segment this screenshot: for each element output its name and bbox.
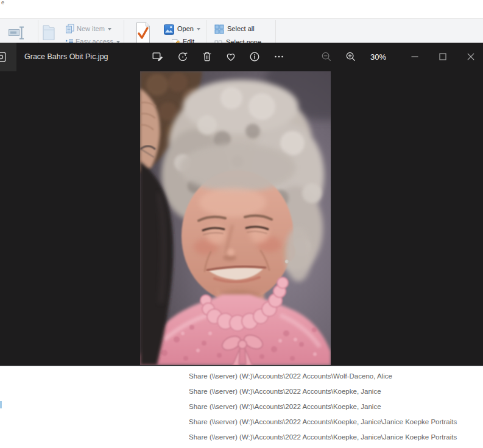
rotate-icon — [177, 51, 189, 63]
zoom-out-button[interactable] — [318, 48, 335, 66]
select-all-label[interactable]: Select all — [227, 25, 255, 32]
zoom-level-label: 30% — [365, 43, 392, 71]
delete-button[interactable] — [199, 48, 216, 66]
select-all-button[interactable] — [214, 24, 224, 37]
minimize-icon — [409, 51, 421, 63]
select-all-icon — [214, 24, 224, 34]
screen: e Ne — [0, 0, 483, 448]
background-window-top: e — [0, 0, 483, 18]
see-all-photos-button[interactable] — [0, 43, 16, 71]
ribbon-divider — [38, 20, 38, 43]
ellipsis-icon — [273, 51, 285, 63]
explorer-ribbon: New item Easy access — [0, 18, 483, 43]
chevron-down-icon — [108, 28, 111, 30]
new-item-label[interactable]: New item — [77, 25, 111, 32]
new-folder-icon — [41, 24, 56, 41]
file-location-row[interactable]: Share (\\server) (W:)\Accounts\2022 Acco… — [189, 414, 457, 429]
properties-button[interactable] — [135, 22, 152, 43]
portrait-photo-graphic — [140, 71, 331, 365]
new-item-button[interactable] — [65, 24, 75, 36]
open-image-icon — [164, 24, 174, 35]
zoom-in-button[interactable] — [342, 48, 359, 66]
photos-app-window: Grace Bahrs Obit Pic.jpg — [0, 43, 483, 366]
file-info-button[interactable] — [246, 48, 263, 66]
maximize-button[interactable] — [434, 48, 451, 66]
close-button[interactable] — [462, 48, 479, 66]
ribbon-divider — [124, 20, 124, 43]
zoom-out-icon — [320, 51, 333, 63]
chevron-down-icon — [197, 28, 200, 30]
ribbon-divider — [206, 20, 206, 43]
edit-photo-icon — [152, 51, 164, 63]
properties-check-icon — [135, 22, 152, 43]
ribbon-divider — [275, 20, 276, 43]
close-icon — [465, 51, 477, 63]
trash-icon — [201, 51, 213, 63]
explorer-file-list: Share (\\server) (W:)\Accounts\2022 Acco… — [0, 366, 483, 448]
open-label[interactable]: Open — [177, 25, 200, 32]
info-icon — [249, 51, 261, 63]
rename-button[interactable] — [8, 26, 25, 43]
file-location-row[interactable]: Share (\\server) (W:)\Accounts\2022 Acco… — [189, 429, 457, 444]
location-column: Share (\\server) (W:)\Accounts\2022 Acco… — [189, 368, 457, 444]
edit-photo-button[interactable] — [149, 48, 166, 66]
see-more-button[interactable] — [270, 48, 287, 66]
new-item-icon — [65, 24, 75, 34]
photos-toolbar: Grace Bahrs Obit Pic.jpg — [0, 43, 483, 71]
favorite-button[interactable] — [222, 48, 239, 66]
file-location-row[interactable]: Share (\\server) (W:)\Accounts\2022 Acco… — [189, 368, 457, 383]
minimize-button[interactable] — [406, 48, 423, 66]
file-location-row[interactable]: Share (\\server) (W:)\Accounts\2022 Acco… — [189, 383, 457, 399]
rotate-button[interactable] — [174, 48, 191, 66]
zoom-in-icon — [345, 51, 357, 63]
rename-icon — [8, 26, 25, 40]
see-all-photos-icon — [0, 52, 7, 63]
file-location-row[interactable]: Share (\\server) (W:)\Accounts\2022 Acco… — [189, 399, 457, 414]
maximize-icon — [437, 51, 449, 63]
clipped-icon-fragment — [0, 401, 2, 408]
open-button[interactable] — [164, 24, 174, 37]
photo-image[interactable] — [140, 71, 331, 365]
photo-canvas — [0, 71, 483, 366]
photo-filename-title: Grace Bahrs Obit Pic.jpg — [24, 43, 108, 71]
heart-icon — [225, 51, 237, 63]
screen-edge-artifact: e — [1, 0, 6, 5]
new-folder-button[interactable] — [41, 24, 56, 43]
